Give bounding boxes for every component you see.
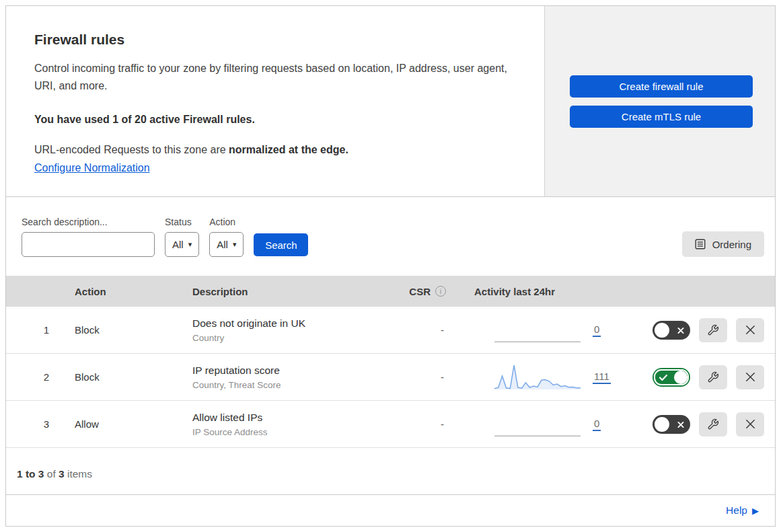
rule-criteria: IP Source Address: [192, 427, 392, 437]
normalization-bold: normalized at the edge.: [229, 144, 348, 155]
activity-cell: 0: [462, 317, 630, 344]
action-label: Action: [209, 217, 244, 227]
status-filter-group: Status All ▾: [165, 217, 199, 257]
activity-cell: 111: [462, 364, 630, 391]
search-label: Search description...: [22, 217, 155, 227]
intro-panel: Firewall rules Control incoming traffic …: [6, 6, 545, 196]
toggle-x-icon: [677, 418, 684, 430]
csr-value: -: [392, 418, 462, 430]
activity-sparkline: [494, 317, 581, 344]
wrench-icon: [707, 418, 719, 430]
column-header-csr: CSR i: [392, 286, 462, 297]
help-row: Help ▶: [6, 495, 775, 526]
delete-rule-button[interactable]: [736, 365, 764, 389]
rule-criteria: Country: [192, 333, 392, 343]
help-arrow-icon: ▶: [752, 506, 759, 516]
actions-panel: Create firewall rule Create mTLS rule: [545, 6, 775, 196]
column-header-activity: Activity last 24hr: [462, 286, 630, 297]
close-icon: [745, 372, 755, 382]
column-header-action: Action: [65, 286, 183, 297]
rule-action: Block: [65, 324, 183, 336]
rule-number: 2: [6, 371, 65, 383]
page-description: Control incoming traffic to your zone by…: [34, 60, 516, 95]
chevron-down-icon: ▾: [188, 240, 192, 249]
activity-sparkline: [494, 411, 581, 438]
search-group: Search description...: [22, 217, 155, 257]
rule-number: 1: [6, 324, 65, 336]
activity-sparkline: [494, 364, 581, 391]
status-toggle[interactable]: [653, 321, 690, 340]
status-selected-value: All: [172, 239, 184, 250]
edit-rule-button[interactable]: [699, 412, 727, 436]
action-select[interactable]: All ▾: [209, 232, 244, 257]
header-section: Firewall rules Control incoming traffic …: [6, 6, 775, 197]
rule-description-cell: IP reputation score Country, Threat Scor…: [183, 365, 392, 390]
toggle-knob: [674, 371, 687, 384]
ordering-button-label: Ordering: [712, 239, 751, 250]
normalization-note: URL-encoded Requests to this zone are no…: [34, 144, 516, 156]
items-of: of: [44, 468, 59, 480]
firewall-rules-page: Firewall rules Control incoming traffic …: [5, 5, 776, 527]
activity-cell: 0: [462, 411, 630, 438]
normalization-text: URL-encoded Requests to this zone are: [34, 144, 229, 155]
rule-action: Block: [65, 371, 183, 383]
status-toggle[interactable]: [653, 415, 690, 434]
help-label: Help: [726, 504, 747, 517]
items-count-row: 1 to 3 of 3 items: [6, 448, 775, 495]
rule-controls: [630, 365, 775, 389]
table-row: 2 Block IP reputation score Country, Thr…: [6, 354, 775, 401]
rule-number: 3: [6, 418, 65, 430]
filter-bar: Search description... Status All ▾ Actio…: [6, 197, 775, 276]
rules-table-header: Action Description CSR i Activity last 2…: [6, 276, 775, 307]
close-icon: [745, 325, 755, 335]
action-selected-value: All: [217, 239, 228, 250]
column-header-description: Description: [183, 286, 392, 297]
rule-controls: [630, 412, 775, 436]
rules-table-body: 1 Block Does not originate in UK Country…: [6, 307, 775, 448]
rule-description-cell: Does not originate in UK Country: [183, 317, 392, 343]
rule-criteria: Country, Threat Score: [192, 380, 392, 390]
delete-rule-button[interactable]: [736, 318, 764, 342]
rule-controls: [630, 318, 775, 342]
delete-rule-button[interactable]: [736, 412, 764, 436]
info-icon[interactable]: i: [435, 286, 446, 297]
help-link[interactable]: Help ▶: [726, 504, 759, 517]
status-label: Status: [165, 217, 199, 227]
create-mtls-rule-button[interactable]: Create mTLS rule: [570, 106, 753, 128]
status-toggle[interactable]: [653, 368, 690, 387]
csr-value: -: [392, 324, 462, 336]
activity-count-link[interactable]: 111: [593, 371, 611, 384]
csr-value: -: [392, 371, 462, 383]
ordering-button[interactable]: Ordering: [682, 231, 764, 257]
items-total: 3: [59, 468, 65, 480]
table-row: 1 Block Does not originate in UK Country…: [6, 307, 775, 354]
toggle-knob: [655, 417, 669, 432]
action-filter-group: Action All ▾: [209, 217, 244, 257]
items-word: items: [65, 468, 92, 480]
table-row: 3 Allow Allow listed IPs IP Source Addre…: [6, 401, 775, 448]
status-select[interactable]: All ▾: [165, 232, 199, 257]
wrench-icon: [707, 324, 719, 336]
close-icon: [745, 419, 755, 429]
rule-description: Allow listed IPs: [192, 412, 392, 424]
search-box[interactable]: [22, 232, 155, 257]
search-button[interactable]: Search: [254, 233, 308, 256]
page-title: Firewall rules: [34, 32, 516, 48]
activity-count-link[interactable]: 0: [593, 324, 601, 337]
create-firewall-rule-button[interactable]: Create firewall rule: [570, 75, 753, 98]
edit-rule-button[interactable]: [699, 365, 727, 389]
configure-normalization-link[interactable]: Configure Normalization: [34, 162, 150, 174]
ordering-list-icon: [695, 239, 706, 250]
chevron-down-icon: ▾: [233, 240, 237, 249]
edit-rule-button[interactable]: [699, 318, 727, 342]
toggle-knob: [655, 323, 669, 338]
toggle-check-icon: [659, 371, 667, 383]
toggle-x-icon: [677, 324, 684, 336]
rule-description-cell: Allow listed IPs IP Source Address: [183, 412, 392, 437]
search-input[interactable]: [34, 239, 159, 251]
wrench-icon: [707, 371, 719, 383]
rule-action: Allow: [65, 418, 183, 430]
rule-description: Does not originate in UK: [192, 317, 392, 330]
activity-count-link[interactable]: 0: [593, 418, 601, 431]
rule-description: IP reputation score: [192, 365, 392, 377]
